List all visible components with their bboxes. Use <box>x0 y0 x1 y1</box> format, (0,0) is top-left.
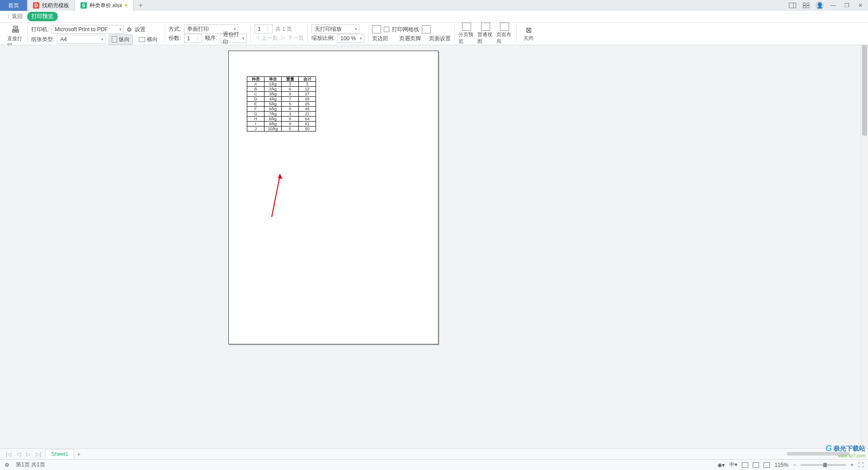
page-break-icon <box>462 23 471 31</box>
mode-badge: 打印预览 <box>27 12 58 21</box>
table-cell: 21 <box>299 112 316 117</box>
close-preview-button[interactable]: ⊠关闭 <box>520 26 537 42</box>
page-preview: 种类单价重量合计 A1/kg33B2/kg612C3/kg927D4/kg728… <box>228 51 439 344</box>
page-break-button[interactable]: 分页预览 <box>458 23 475 45</box>
maximize-button[interactable]: ❐ <box>843 1 851 9</box>
margins-button[interactable] <box>372 25 381 33</box>
table-row: D4/kg728 <box>247 97 316 102</box>
table-header: 单价 <box>264 77 282 82</box>
next-page-button[interactable]: ▷ 下一页 <box>280 34 303 42</box>
user-icon[interactable]: 👤 <box>816 1 824 9</box>
preview-area: 种类单价重量合计 A1/kg33B2/kg612C3/kg927D4/kg728… <box>0 45 861 448</box>
copies-spinner[interactable]: 1 <box>184 34 202 43</box>
table-cell: 10/kg <box>264 127 282 132</box>
page-spinner[interactable]: 1 <box>255 24 273 33</box>
header-footer-button[interactable]: 页眉页脚 <box>399 35 421 42</box>
sheet-nav-last[interactable]: ▷| <box>34 451 42 457</box>
sheet-nav-prev[interactable]: ◁ <box>15 451 22 457</box>
zoom-slider[interactable] <box>801 464 846 466</box>
paper-select[interactable]: A4 <box>57 35 106 44</box>
table-cell: 12 <box>299 87 316 92</box>
table-header: 合计 <box>299 77 316 82</box>
page-total: 共 1 页 <box>275 25 292 33</box>
zoom-value[interactable]: 115% <box>774 462 788 468</box>
normal-view-button[interactable]: 普通视图 <box>477 23 494 45</box>
table-cell: 25 <box>299 102 316 107</box>
svg-rect-2 <box>803 3 806 5</box>
header-footer-icon <box>422 25 431 33</box>
table-cell: H <box>247 117 264 122</box>
table-cell: 9/kg <box>264 122 282 127</box>
vertical-scrollbar[interactable] <box>861 45 868 448</box>
unsaved-dot-icon: • <box>125 2 127 9</box>
table-cell: B <box>247 87 264 92</box>
header-footer-icon-button[interactable] <box>422 25 431 33</box>
table-cell: J <box>247 127 264 132</box>
table-cell: 5 <box>282 127 299 132</box>
gridlines-checkbox[interactable]: 打印网格线 <box>384 24 419 34</box>
eye-icon[interactable]: ◉▾ <box>717 462 725 468</box>
table-cell: 1/kg <box>264 82 282 87</box>
printer-label: 打印机: <box>31 26 49 33</box>
table-cell: C <box>247 92 264 97</box>
landscape-icon <box>139 37 145 42</box>
table-cell: 2/kg <box>264 87 282 92</box>
tab-file-label: 种类单价.xlsx <box>90 2 122 9</box>
landscape-button[interactable]: 横向 <box>136 34 161 45</box>
fullscreen-icon[interactable]: ⛶ <box>858 462 863 468</box>
tab-file[interactable]: S 种类单价.xlsx • <box>75 0 133 11</box>
table-cell: E <box>247 102 264 107</box>
margins-label[interactable]: 页边距 <box>372 35 388 42</box>
order-label: 顺序: <box>205 34 217 42</box>
svg-rect-5 <box>807 6 809 8</box>
close-window-button[interactable]: ✕ <box>856 1 864 9</box>
sheet-tab[interactable]: Sheet1 <box>45 449 74 459</box>
table-row: J10/kg550 <box>247 127 316 132</box>
table-cell: 4/kg <box>264 97 282 102</box>
close-icon: ⊠ <box>526 26 532 34</box>
page-layout-icon <box>500 23 509 31</box>
view-break-icon[interactable] <box>764 462 770 468</box>
back-button[interactable]: 〈 返回 <box>5 13 23 20</box>
tab-template[interactable]: D 找稻壳模板 <box>28 0 75 11</box>
sheet-nav-next[interactable]: ▷ <box>25 451 32 457</box>
table-cell: 5 <box>282 102 299 107</box>
minimize-button[interactable]: — <box>829 1 837 9</box>
table-row: H8/kg864 <box>247 117 316 122</box>
scale-mode-select[interactable]: 无打印缩放 <box>311 24 359 33</box>
scrollbar-thumb[interactable] <box>862 45 867 136</box>
ime-icon[interactable]: 中▾ <box>729 461 737 469</box>
table-cell: G <box>247 112 264 117</box>
zoom-out-button[interactable]: − <box>793 462 796 468</box>
scale-select[interactable]: 100 % <box>337 34 364 43</box>
page-setup-button[interactable]: 页面设置 <box>429 35 451 42</box>
page-info: 第1页 共1页 <box>16 461 45 469</box>
table-cell: 81 <box>299 122 316 127</box>
table-cell: 6/kg <box>264 107 282 112</box>
settings-button[interactable]: 设置 <box>127 24 146 34</box>
portrait-button[interactable]: 纵向 <box>108 34 133 45</box>
page-layout-button[interactable]: 页面布局 <box>496 23 513 45</box>
table-header: 种类 <box>247 77 264 82</box>
table-row: F6/kg848 <box>247 107 316 112</box>
view-layout-icon[interactable] <box>753 462 759 468</box>
layout-icon[interactable] <box>788 1 797 9</box>
view-normal-icon[interactable] <box>742 462 748 468</box>
grid-icon[interactable] <box>802 1 810 9</box>
table-cell: 28 <box>299 97 316 102</box>
printer-icon: 🖶 <box>11 24 20 35</box>
horizontal-scrollbar[interactable] <box>101 452 854 456</box>
add-sheet-button[interactable]: + <box>77 451 80 458</box>
order-select[interactable]: 逐份打印 <box>220 34 247 43</box>
tab-home[interactable]: 首页 <box>0 0 28 11</box>
sheet-nav-first[interactable]: |◁ <box>5 451 13 457</box>
template-icon: D <box>33 2 39 9</box>
zoom-in-button[interactable]: + <box>850 462 854 468</box>
printer-select[interactable]: Microsoft Print to PDF <box>52 25 124 34</box>
table-row: I9/kg981 <box>247 122 316 127</box>
prev-page-button[interactable]: ◁ 上一页 <box>255 34 278 42</box>
tab-add[interactable]: + <box>133 0 148 11</box>
table-cell: 50 <box>299 127 316 132</box>
settings-status-icon[interactable]: ⚙ <box>5 462 9 468</box>
copies-label: 份数: <box>169 34 181 42</box>
